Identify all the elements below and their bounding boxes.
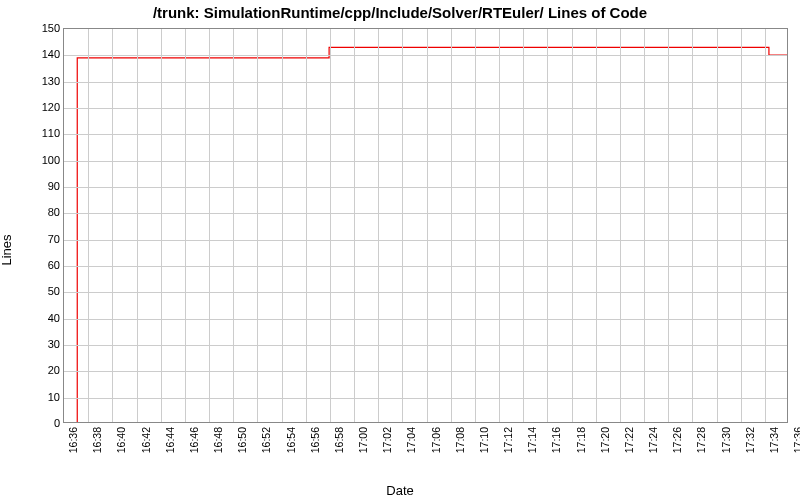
y-gridline bbox=[64, 161, 787, 162]
x-gridline bbox=[257, 29, 258, 422]
x-gridline bbox=[378, 29, 379, 422]
x-gridline bbox=[668, 29, 669, 422]
y-gridline bbox=[64, 345, 787, 346]
y-gridline bbox=[64, 55, 787, 56]
x-tick-label: 16:40 bbox=[115, 427, 127, 453]
loc-line bbox=[77, 47, 787, 422]
x-gridline bbox=[185, 29, 186, 422]
x-tick-label: 16:42 bbox=[140, 427, 152, 453]
y-gridline bbox=[64, 266, 787, 267]
y-tick-label: 110 bbox=[20, 127, 60, 139]
x-gridline bbox=[692, 29, 693, 422]
x-tick-label: 17:28 bbox=[695, 427, 707, 453]
y-gridline bbox=[64, 292, 787, 293]
y-tick-label: 100 bbox=[20, 154, 60, 166]
x-tick-label: 17:10 bbox=[478, 427, 490, 453]
y-tick-label: 130 bbox=[20, 75, 60, 87]
y-axis-label: Lines bbox=[0, 234, 14, 265]
line-series bbox=[64, 29, 787, 422]
x-tick-label: 17:02 bbox=[381, 427, 393, 453]
x-tick-label: 17:00 bbox=[357, 427, 369, 453]
x-tick-label: 17:26 bbox=[671, 427, 683, 453]
x-tick-label: 17:20 bbox=[599, 427, 611, 453]
x-gridline bbox=[354, 29, 355, 422]
x-tick-label: 17:36 bbox=[792, 427, 800, 453]
y-tick-label: 50 bbox=[20, 285, 60, 297]
x-tick-label: 16:48 bbox=[212, 427, 224, 453]
x-tick-label: 17:32 bbox=[744, 427, 756, 453]
y-gridline bbox=[64, 398, 787, 399]
x-tick-label: 16:46 bbox=[188, 427, 200, 453]
x-gridline bbox=[161, 29, 162, 422]
x-tick-label: 17:14 bbox=[526, 427, 538, 453]
chart-title: /trunk: SimulationRuntime/cpp/Include/So… bbox=[0, 4, 800, 21]
x-gridline bbox=[596, 29, 597, 422]
x-tick-label: 17:34 bbox=[768, 427, 780, 453]
x-gridline bbox=[717, 29, 718, 422]
x-gridline bbox=[427, 29, 428, 422]
plot-area bbox=[63, 28, 788, 423]
x-tick-label: 17:16 bbox=[550, 427, 562, 453]
x-gridline bbox=[475, 29, 476, 422]
x-gridline bbox=[88, 29, 89, 422]
x-gridline bbox=[209, 29, 210, 422]
x-tick-label: 16:58 bbox=[333, 427, 345, 453]
x-gridline bbox=[306, 29, 307, 422]
x-gridline bbox=[499, 29, 500, 422]
x-gridline bbox=[523, 29, 524, 422]
y-gridline bbox=[64, 82, 787, 83]
y-tick-label: 70 bbox=[20, 233, 60, 245]
x-tick-label: 17:18 bbox=[575, 427, 587, 453]
x-gridline bbox=[112, 29, 113, 422]
y-gridline bbox=[64, 240, 787, 241]
x-gridline bbox=[620, 29, 621, 422]
x-axis-label: Date bbox=[0, 483, 800, 498]
x-tick-label: 17:08 bbox=[454, 427, 466, 453]
x-gridline bbox=[451, 29, 452, 422]
x-tick-label: 17:24 bbox=[647, 427, 659, 453]
x-tick-label: 16:50 bbox=[236, 427, 248, 453]
y-tick-label: 80 bbox=[20, 206, 60, 218]
y-tick-label: 10 bbox=[20, 391, 60, 403]
y-tick-label: 90 bbox=[20, 180, 60, 192]
y-gridline bbox=[64, 134, 787, 135]
x-gridline bbox=[547, 29, 548, 422]
y-tick-label: 140 bbox=[20, 48, 60, 60]
x-tick-label: 16:38 bbox=[91, 427, 103, 453]
x-gridline bbox=[137, 29, 138, 422]
y-gridline bbox=[64, 213, 787, 214]
x-tick-label: 17:30 bbox=[720, 427, 732, 453]
x-gridline bbox=[282, 29, 283, 422]
y-gridline bbox=[64, 108, 787, 109]
x-tick-label: 16:56 bbox=[309, 427, 321, 453]
x-tick-label: 17:12 bbox=[502, 427, 514, 453]
x-tick-label: 16:54 bbox=[285, 427, 297, 453]
y-tick-label: 60 bbox=[20, 259, 60, 271]
x-tick-label: 16:52 bbox=[260, 427, 272, 453]
x-tick-label: 17:04 bbox=[405, 427, 417, 453]
x-gridline bbox=[572, 29, 573, 422]
x-gridline bbox=[233, 29, 234, 422]
y-tick-label: 0 bbox=[20, 417, 60, 429]
x-gridline bbox=[644, 29, 645, 422]
x-gridline bbox=[741, 29, 742, 422]
y-gridline bbox=[64, 371, 787, 372]
y-tick-label: 20 bbox=[20, 364, 60, 376]
x-tick-label: 16:44 bbox=[164, 427, 176, 453]
y-tick-label: 40 bbox=[20, 312, 60, 324]
y-tick-label: 120 bbox=[20, 101, 60, 113]
x-tick-label: 16:36 bbox=[67, 427, 79, 453]
x-gridline bbox=[330, 29, 331, 422]
y-gridline bbox=[64, 319, 787, 320]
x-tick-label: 17:22 bbox=[623, 427, 635, 453]
y-gridline bbox=[64, 187, 787, 188]
x-gridline bbox=[402, 29, 403, 422]
y-tick-label: 30 bbox=[20, 338, 60, 350]
y-tick-label: 150 bbox=[20, 22, 60, 34]
x-tick-label: 17:06 bbox=[430, 427, 442, 453]
chart-container: /trunk: SimulationRuntime/cpp/Include/So… bbox=[0, 0, 800, 500]
x-gridline bbox=[765, 29, 766, 422]
